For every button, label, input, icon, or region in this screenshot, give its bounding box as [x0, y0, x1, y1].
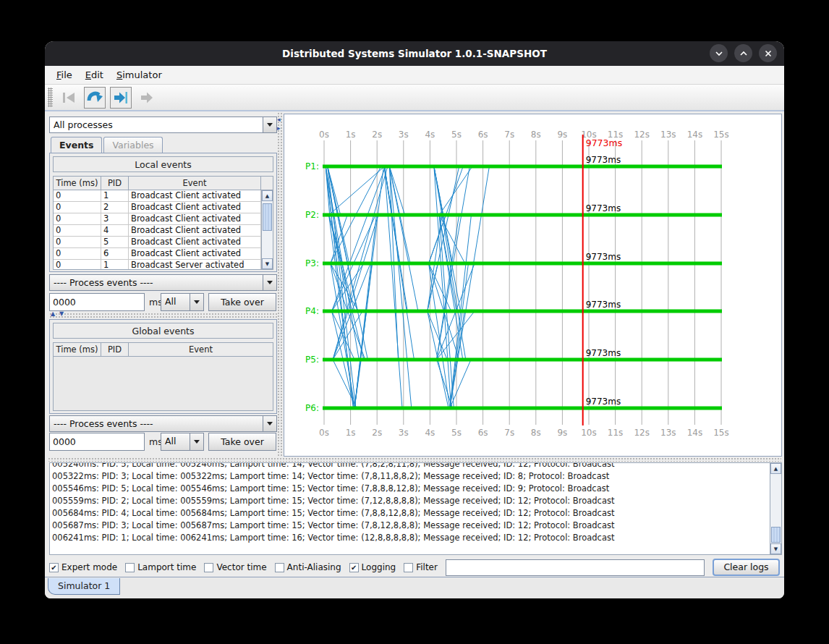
checkbox[interactable]: ✔	[349, 563, 359, 572]
global-target-select[interactable]: All	[161, 433, 204, 451]
scroll-down-button[interactable]: ▼	[262, 258, 273, 269]
close-button[interactable]	[759, 44, 777, 62]
log-line: 005546ms: PID: 5; Local time: 005546ms; …	[52, 483, 768, 495]
global-event-type-select[interactable]: ---- Process events ----	[49, 415, 277, 432]
log-scrollbar[interactable]: ▲ ▼	[770, 463, 781, 554]
curved-arrow-icon	[86, 89, 103, 106]
column-header-event[interactable]: Event	[129, 343, 273, 356]
axis-tick-label: 5s	[451, 130, 462, 140]
column-header-spacer	[261, 177, 273, 190]
maximize-button[interactable]	[734, 44, 752, 62]
filter-input[interactable]	[446, 559, 705, 576]
tab-variables[interactable]: Variables	[103, 137, 162, 153]
combo-arrow-button[interactable]	[190, 294, 203, 310]
toggle-filter[interactable]: Filter	[404, 562, 438, 572]
message-line	[332, 166, 386, 311]
toggle-lamport-time[interactable]: Lamport time	[125, 562, 196, 572]
axis-tick-label: 3s	[399, 130, 409, 140]
toggle-anti-aliasing[interactable]: Anti-Aliasing	[275, 562, 341, 572]
log-panel[interactable]: 005240ms: PID: 5; Local time: 005240ms; …	[49, 462, 782, 555]
checkbox[interactable]	[404, 563, 413, 572]
minimize-button[interactable]	[710, 44, 728, 62]
menu-simulator[interactable]: Simulator	[110, 66, 169, 85]
table-cell: Broadcast Client activated	[129, 202, 261, 213]
checkbox-label: Lamport time	[137, 562, 196, 572]
message-line	[439, 166, 472, 215]
local-events-section: Local events Time (ms) PID Event 01Broad…	[49, 153, 277, 272]
cursor-time-red-label: 9773ms	[586, 137, 623, 148]
checkbox[interactable]	[275, 563, 284, 572]
skip-back-button[interactable]	[58, 87, 80, 109]
step-back-button[interactable]	[84, 87, 106, 109]
combo-arrow-button[interactable]	[263, 117, 276, 132]
scroll-down-button[interactable]: ▼	[770, 543, 781, 554]
events-panel: All processes Events Variables Local eve…	[49, 112, 277, 456]
table-row[interactable]: 03Broadcast Client activated	[54, 213, 261, 225]
column-header-event[interactable]: Event	[129, 177, 261, 190]
message-line	[328, 166, 356, 408]
scrollbar-thumb[interactable]	[771, 527, 781, 543]
title-bar[interactable]: Distributed Systems Simulator 1.0.1-SNAP…	[45, 41, 784, 66]
toggle-expert-mode[interactable]: ✔Expert mode	[49, 562, 117, 572]
local-events-scrollbar[interactable]: ▲ ▼	[261, 190, 273, 269]
global-take-over-button[interactable]: Take over	[208, 433, 276, 451]
local-target-select[interactable]: All	[161, 293, 204, 311]
local-event-type-select[interactable]: ---- Process events ----	[49, 274, 277, 291]
scroll-up-button[interactable]: ▲	[262, 190, 273, 201]
scrollbar-thumb[interactable]	[263, 203, 272, 231]
main-split-divider[interactable]: ◂ ▸	[277, 112, 284, 456]
column-header-pid[interactable]: PID	[101, 177, 129, 190]
local-take-over-button[interactable]: Take over	[208, 293, 276, 311]
table-row[interactable]: 05Broadcast Client activated	[54, 237, 261, 248]
column-header-pid[interactable]: PID	[101, 343, 129, 356]
local-time-input[interactable]	[49, 293, 145, 311]
checkbox[interactable]	[125, 563, 135, 572]
tab-simulator-1[interactable]: Simulator 1	[48, 578, 120, 595]
collapse-right-icon[interactable]: ▸	[277, 125, 281, 132]
axis-tick-label: 7s	[504, 130, 514, 140]
timeline-canvas[interactable]: 0s0s1s1s2s2s3s3s4s4s5s5s6s6s7s7s8s8s9s9s…	[284, 114, 781, 456]
menu-file[interactable]: File	[50, 66, 79, 85]
table-row[interactable]: 01Broadcast Client activated	[54, 190, 261, 202]
log-split-divider[interactable]	[48, 457, 781, 462]
global-time-input[interactable]	[49, 433, 145, 451]
column-header-time[interactable]: Time (ms)	[54, 177, 101, 190]
step-forward-button[interactable]	[110, 87, 132, 109]
axis-tick-label: 6s	[478, 428, 488, 438]
menu-edit[interactable]: Edit	[79, 66, 110, 85]
toolbar-drag-handle[interactable]	[48, 88, 53, 107]
toggle-vector-time[interactable]: Vector time	[204, 562, 266, 572]
chevron-down-icon	[194, 440, 200, 444]
panel-split-divider[interactable]: ▲ ▼	[49, 313, 277, 318]
clear-logs-button[interactable]: Clear logs	[713, 559, 780, 576]
table-cell: Broadcast Client activated	[129, 213, 261, 224]
cursor-time-label: 9773ms	[586, 203, 621, 213]
events-tabs: Events Variables	[51, 137, 164, 153]
process-label: P3:	[305, 258, 319, 268]
axis-tick-label: 0s	[319, 428, 329, 438]
table-row[interactable]: 06Broadcast Client activated	[54, 248, 261, 260]
column-header-time[interactable]: Time (ms)	[54, 343, 101, 356]
collapse-up-icon[interactable]: ▲	[51, 311, 55, 317]
scroll-up-button[interactable]: ▲	[770, 463, 781, 474]
window-controls	[710, 44, 777, 62]
checkbox[interactable]: ✔	[49, 563, 59, 572]
table-row[interactable]: 02Broadcast Client activated	[54, 202, 261, 213]
table-row[interactable]: 04Broadcast Client activated	[54, 225, 261, 237]
axis-tick-label: 11s	[608, 428, 624, 438]
checkbox[interactable]	[204, 563, 213, 572]
global-events-table: Time (ms) PID Event	[53, 342, 273, 411]
combo-arrow-button[interactable]	[190, 433, 203, 450]
toggle-logging[interactable]: ✔Logging	[349, 562, 396, 572]
collapse-left-icon[interactable]: ◂	[277, 116, 281, 123]
axis-tick-label: 5s	[451, 428, 462, 438]
combo-arrow-button[interactable]	[263, 275, 276, 290]
timeline-chart-panel[interactable]: 0s0s1s1s2s2s3s3s4s4s5s5s6s6s7s7s8s8s9s9s…	[284, 114, 782, 457]
combo-arrow-button[interactable]	[263, 416, 276, 431]
table-row[interactable]: 01Broadcast Server activated	[54, 260, 261, 269]
forward-button[interactable]	[136, 87, 158, 109]
tab-events[interactable]: Events	[51, 137, 102, 153]
table-cell: 0	[54, 237, 101, 247]
collapse-down-icon[interactable]: ▼	[59, 311, 64, 317]
process-filter-select[interactable]: All processes	[49, 116, 277, 133]
